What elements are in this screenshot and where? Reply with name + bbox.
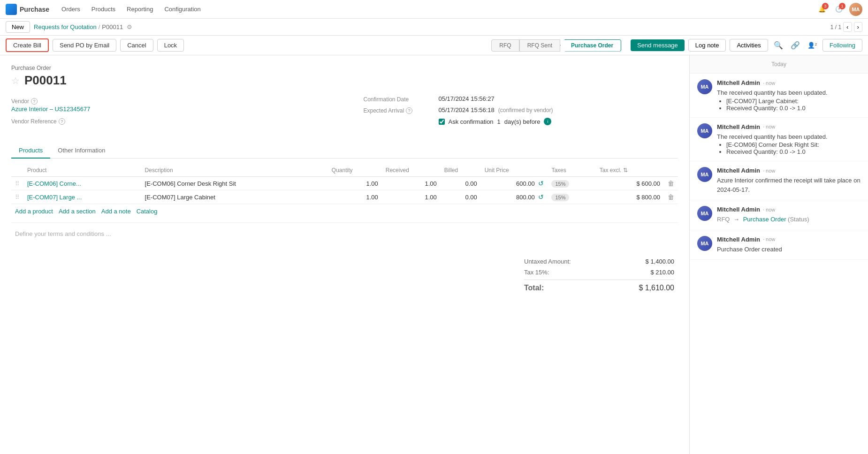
new-button[interactable]: New <box>6 21 30 33</box>
lock-button[interactable]: Lock <box>157 39 184 52</box>
activity-badge: 1 <box>839 3 845 9</box>
send-message-button[interactable]: Send message <box>631 39 685 51</box>
product-taxes-0: 15% <box>548 177 595 190</box>
chat-text-0: The received quantity has been updated. <box>717 88 860 98</box>
form-area: Purchase Order ☆ P00011 Vendor ? Azur <box>0 55 690 454</box>
chat-avatar-2: MA <box>697 167 712 182</box>
product-received-1: 1.00 <box>382 190 441 204</box>
reset-price-icon-1[interactable]: ↺ <box>538 193 544 201</box>
ask-confirmation-row: Ask confirmation 1 day(s) before i <box>439 118 678 125</box>
nav-item-reporting[interactable]: Reporting <box>122 3 158 15</box>
prev-record-button[interactable]: ‹ <box>843 22 852 32</box>
chat-body-2: Mitchell Admin · now Azure Interior conf… <box>717 167 860 194</box>
send-po-email-button[interactable]: Send PO by Email <box>53 39 116 52</box>
link-icon[interactable]: 🔗 <box>789 39 802 52</box>
create-bill-button[interactable]: Create Bill <box>6 38 49 52</box>
add-note-link[interactable]: Add a note <box>101 208 131 215</box>
product-name-1[interactable]: [E-COM07] Large ... <box>27 194 82 201</box>
status-pipeline: RFQ RFQ Sent Purchase Order <box>491 39 621 52</box>
chat-body-1: Mitchell Admin · now The received quanti… <box>717 123 860 156</box>
add-section-link[interactable]: Add a section <box>59 208 96 215</box>
chat-author-0: Mitchell Admin <box>717 79 760 86</box>
delete-row-icon-1[interactable]: 🗑 <box>668 193 674 201</box>
vendor-value[interactable]: Azure Interior – US12345677 <box>11 106 90 113</box>
confirmation-date-row: Confirmation Date 05/17/2024 15:56:27 <box>364 95 678 103</box>
ask-confirmation-suffix: day(s) before <box>504 118 541 125</box>
drag-handle-icon[interactable]: ⠿ <box>15 180 20 187</box>
status-purchase-order[interactable]: Purchase Order <box>560 39 621 52</box>
next-record-button[interactable]: › <box>854 22 862 32</box>
catalog-link[interactable]: Catalog <box>137 208 158 215</box>
chat-date-divider: Today <box>690 55 868 74</box>
th-tax-excl: Tax excl. ⇅ <box>596 164 664 177</box>
ask-confirmation-info-icon[interactable]: i <box>544 118 551 125</box>
product-name-0[interactable]: [E-COM06] Corne... <box>27 180 81 187</box>
breadcrumb: Requests for Quotation / P00011 ⚙ <box>34 23 132 30</box>
tab-products[interactable]: Products <box>11 143 50 159</box>
product-qty-0: 1.00 <box>328 177 382 190</box>
chat-body-0: Mitchell Admin · now The received quanti… <box>717 79 860 112</box>
expected-arrival-help-icon[interactable]: ? <box>406 107 412 114</box>
po-number-row: ☆ P00011 <box>11 73 678 88</box>
product-desc-0: [E-COM06] Corner Desk Right Sit <box>141 177 328 190</box>
chat-text-2: Azure Interior confirmed the receipt wil… <box>717 176 860 194</box>
vendor-ref-help-icon[interactable]: ? <box>59 118 65 125</box>
th-quantity: Quantity <box>328 164 382 177</box>
ask-confirmation-checkbox[interactable] <box>439 119 445 125</box>
log-note-button[interactable]: Log note <box>688 39 726 52</box>
sort-icon[interactable]: ⇅ <box>623 167 628 174</box>
breadcrumb-parent[interactable]: Requests for Quotation <box>34 23 97 30</box>
ask-confirmation-days: 1 <box>497 118 501 125</box>
nav-item-configuration[interactable]: Configuration <box>160 3 205 15</box>
chat-header-2: Mitchell Admin · now <box>717 167 860 174</box>
reset-price-icon-0[interactable]: ↺ <box>538 180 544 187</box>
notifications-button[interactable]: 🔔 3 <box>815 3 829 16</box>
chat-body-3: Mitchell Admin · now RFQ → Purchase Orde… <box>717 206 860 224</box>
product-qty-1: 1.00 <box>328 190 382 204</box>
user-avatar[interactable]: MA <box>849 3 862 16</box>
breadcrumb-bar: New Requests for Quotation / P00011 ⚙ 1 … <box>0 19 868 36</box>
products-table: Product Description Quantity Received Bi <box>11 164 678 204</box>
total-value: $ 1,610.00 <box>639 284 674 292</box>
chat-message-4: MA Mitchell Admin · now Purchase Order c… <box>690 230 868 260</box>
search-icon[interactable]: 🔍 <box>772 39 785 52</box>
status-rfq[interactable]: RFQ <box>491 39 519 52</box>
product-price-1: 800.00 ↺ <box>481 190 548 204</box>
app-logo[interactable]: Purchase <box>6 4 49 15</box>
form-fields: Vendor ? Azure Interior – US12345677 Ven… <box>11 95 678 136</box>
user-follow-icon[interactable]: 👤² <box>806 40 819 51</box>
tax-value: $ 210.00 <box>650 269 674 276</box>
left-fields: Vendor ? Azure Interior – US12345677 Ven… <box>11 95 345 136</box>
th-unit-price: Unit Price <box>481 164 548 177</box>
delete-row-icon-0[interactable]: 🗑 <box>668 180 674 187</box>
status-link[interactable]: Purchase Order <box>743 216 786 223</box>
chat-status-3: RFQ → Purchase Order (Status) <box>717 215 860 224</box>
activities-button[interactable]: Activities <box>730 39 768 52</box>
confirmation-date-label: Confirmation Date <box>364 95 439 103</box>
chat-message-1: MA Mitchell Admin · now The received qua… <box>690 118 868 162</box>
expected-arrival-label: Expected Arrival ? <box>364 106 439 114</box>
following-button[interactable]: Following <box>822 39 862 52</box>
drag-handle-icon[interactable]: ⠿ <box>15 194 20 201</box>
vendor-help-icon[interactable]: ? <box>31 98 38 105</box>
notification-badge: 3 <box>822 3 829 9</box>
form-title-section: Purchase Order ☆ P00011 <box>11 65 678 88</box>
status-prefix: RFQ <box>717 216 730 223</box>
favorite-star-icon[interactable]: ☆ <box>11 75 20 86</box>
nav-item-orders[interactable]: Orders <box>57 3 85 15</box>
activities-button[interactable]: 🕐 1 <box>832 3 845 16</box>
add-product-link[interactable]: Add a product <box>15 208 53 215</box>
status-rfq-sent[interactable]: RFQ Sent <box>519 39 560 52</box>
tab-other-info[interactable]: Other Information <box>50 143 113 159</box>
nav-item-products[interactable]: Products <box>87 3 120 15</box>
terms-area[interactable]: Define your terms and conditions ... <box>11 222 678 250</box>
cancel-button[interactable]: Cancel <box>120 39 153 52</box>
settings-icon[interactable]: ⚙ <box>127 23 132 30</box>
tax-badge-1: 15% <box>551 194 569 201</box>
product-tax-excl-1: $ 800.00 <box>596 190 664 204</box>
th-description: Description <box>141 164 328 177</box>
chat-header-3: Mitchell Admin · now <box>717 206 860 213</box>
product-price-0: 600.00 ↺ <box>481 177 548 190</box>
chat-avatar-0: MA <box>697 79 712 94</box>
expected-arrival-value: 05/17/2024 15:56:18 <box>439 106 495 114</box>
